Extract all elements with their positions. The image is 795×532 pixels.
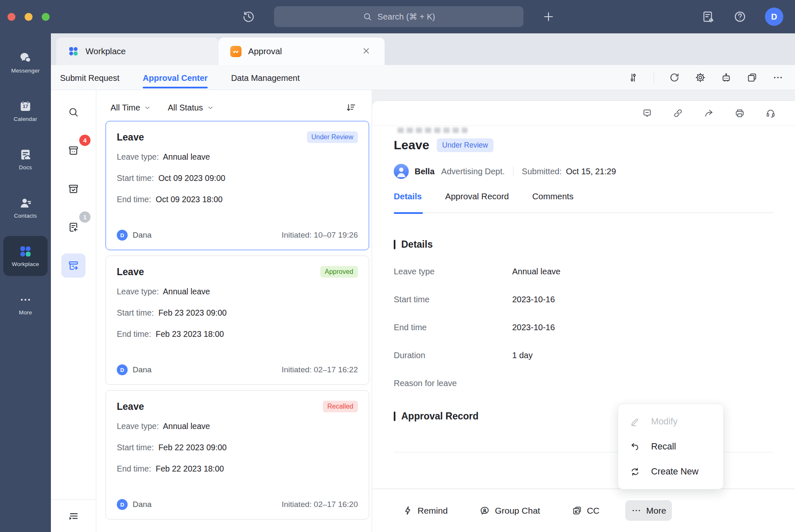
sidebar-item-messenger[interactable]: Messenger <box>3 43 48 83</box>
rail-pending-approvals-button[interactable]: 4 <box>61 138 86 163</box>
detail-title: Leave <box>394 138 429 152</box>
field-row: Start time2023-10-16 <box>394 295 773 304</box>
sidebar-label: Calendar <box>14 116 37 122</box>
remind-button[interactable]: Remind <box>397 500 453 521</box>
search-icon <box>68 106 79 118</box>
calendar-day: 17 <box>18 104 33 109</box>
sidebar-item-contacts[interactable]: Contacts <box>3 188 48 228</box>
field-row: End time2023-10-16 <box>394 323 773 332</box>
box-check-icon <box>67 183 80 195</box>
subnav-approval-center[interactable]: Approval Center <box>143 67 208 88</box>
tab-approval[interactable]: Approval <box>219 38 385 65</box>
more-actions-menu: Modify Recall Create New <box>618 404 724 489</box>
open-in-window-button[interactable] <box>747 72 757 83</box>
field-row: Reason for leave <box>394 379 773 388</box>
details-fields: Leave typeAnnual leave Start time2023-10… <box>394 267 773 388</box>
menu-item-recall[interactable]: Recall <box>618 434 723 459</box>
sidebar-label: Docs <box>19 164 32 171</box>
menu-item-label: Modify <box>651 417 677 427</box>
field-row: Duration1 day <box>394 351 773 360</box>
owner-avatar: D <box>117 230 128 241</box>
chevron-down-icon <box>144 104 151 111</box>
comment-button[interactable] <box>642 108 652 118</box>
approval-card-under-review[interactable]: Leave Under Review Leave type: Annual le… <box>106 121 369 250</box>
help-button[interactable] <box>733 10 747 23</box>
status-filter-dropdown[interactable]: All Status <box>168 103 214 113</box>
tab-workplace[interactable]: Workplace <box>56 38 219 65</box>
rail-processed-button[interactable] <box>61 177 86 201</box>
tabs-underline <box>394 212 773 214</box>
detail-body: Leave Under Review Bella Adver <box>372 126 795 489</box>
share-button[interactable] <box>704 108 714 118</box>
card-field: Leave type: Annual leave <box>117 286 358 297</box>
close-tab-icon[interactable] <box>361 46 371 56</box>
share-icon <box>704 108 714 118</box>
subnav-data-management[interactable]: Data Management <box>231 67 300 88</box>
minimize-window-button[interactable] <box>25 13 33 21</box>
collapse-panel-button[interactable] <box>51 499 96 532</box>
sidebar-item-workplace[interactable]: Workplace <box>3 236 48 276</box>
help-icon <box>733 10 747 23</box>
submitter-name[interactable]: Bella <box>415 167 435 176</box>
menu-item-create-new[interactable]: Create New <box>618 459 723 484</box>
card-field: Leave type: Annual leave <box>117 151 358 162</box>
sidebar-label: More <box>19 309 32 316</box>
detail-toolbar <box>372 101 795 126</box>
sliders-icon <box>628 72 639 83</box>
plus-icon <box>542 10 555 23</box>
rail-initiated-by-me-button[interactable] <box>61 253 86 278</box>
sidebar-item-more[interactable]: More <box>3 284 48 324</box>
workplace-tab-icon <box>68 46 79 57</box>
card-field: Start time: Feb 23 2023 09:00 <box>117 307 358 318</box>
user-avatar[interactable]: D <box>765 8 783 26</box>
close-window-button[interactable] <box>8 13 15 21</box>
announcements-button[interactable] <box>702 10 715 23</box>
tab-details[interactable]: Details <box>394 191 422 203</box>
owner-avatar: D <box>117 499 128 510</box>
action-label: Remind <box>418 506 448 516</box>
initiated-time: Initiated: 02–17 16:22 <box>282 365 358 374</box>
more-tools-button[interactable] <box>772 72 783 83</box>
submitter-avatar[interactable] <box>394 164 409 179</box>
tab-comments[interactable]: Comments <box>532 191 574 203</box>
global-search-input[interactable]: Search (⌘ + K) <box>274 6 523 27</box>
history-icon[interactable] <box>242 10 255 23</box>
subnav-submit-request[interactable]: Submit Request <box>60 67 119 88</box>
tab-approval-record[interactable]: Approval Record <box>445 191 509 203</box>
menu-item-modify[interactable]: Modify <box>618 409 723 434</box>
copy-link-button[interactable] <box>673 108 683 118</box>
settings-button[interactable] <box>695 72 706 83</box>
display-settings-button[interactable] <box>628 72 639 83</box>
more-actions-button[interactable]: More <box>625 500 672 521</box>
bot-button[interactable] <box>721 72 732 83</box>
box-arrow-out-icon <box>67 259 80 272</box>
pencil-icon <box>630 417 640 427</box>
cc-button[interactable]: CC <box>566 500 605 521</box>
sidebar-item-calendar[interactable]: 17 Calendar <box>3 91 48 131</box>
owner-name: Dana <box>133 500 151 509</box>
approval-card-approved[interactable]: Leave Approved Leave type: Annual leave … <box>106 256 369 385</box>
detail-tabs: Details Approval Record Comments <box>394 191 773 203</box>
pending-count-badge: 4 <box>79 135 91 146</box>
sidebar-label: Contacts <box>14 213 37 219</box>
action-label: Group Chat <box>495 506 540 516</box>
approval-card-recalled[interactable]: Leave Recalled Leave type: Annual leave … <box>106 390 369 519</box>
rail-search-button[interactable] <box>61 100 86 124</box>
app-subnav: Submit Request Approval Center Data Mana… <box>51 65 795 90</box>
new-tab-button[interactable] <box>542 10 555 23</box>
link-icon <box>673 108 683 118</box>
lightning-icon <box>403 505 413 516</box>
group-chat-button[interactable]: Group Chat <box>473 500 546 521</box>
sidebar-item-docs[interactable]: Docs <box>3 139 48 179</box>
support-button[interactable] <box>765 108 776 118</box>
inbox-box-icon <box>67 144 80 157</box>
refresh-button[interactable] <box>669 72 680 83</box>
time-filter-dropdown[interactable]: All Time <box>111 103 151 113</box>
tab-label: Approval <box>248 46 282 56</box>
card-title: Leave <box>117 401 144 412</box>
contacts-icon <box>18 196 33 210</box>
zoom-window-button[interactable] <box>42 13 50 21</box>
print-button[interactable] <box>735 108 745 118</box>
rail-cc-to-me-button[interactable]: 1 <box>61 215 86 239</box>
sort-button[interactable] <box>345 102 356 113</box>
